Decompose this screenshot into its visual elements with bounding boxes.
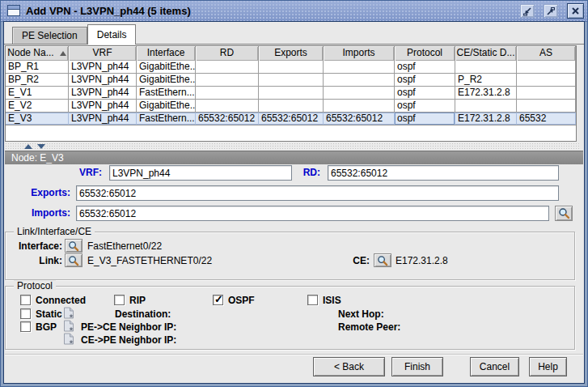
column-header-node-name[interactable]: Node Na... (6, 46, 69, 61)
finish-button[interactable]: Finish (391, 357, 443, 376)
vrf-label: VRF: (53, 165, 102, 181)
table-row-e-v1[interactable]: E_V1L3VPN_ph44FastEthern...ospfE172.31.2… (6, 87, 576, 100)
footer-separator (5, 354, 583, 355)
cell: GigabitEthe... (137, 74, 196, 86)
ce-value: E172.31.2.8 (396, 254, 448, 267)
collapse-down-icon[interactable] (37, 144, 45, 149)
titlebar[interactable]: Add VPN - L3VPN_ph44 (5 items) (1, 1, 587, 22)
cell: GigabitEthe... (137, 61, 196, 73)
close-icon (571, 6, 580, 15)
protocol-group: Protocol Connected RIP OSPF ISIS Static … (5, 286, 575, 350)
column-header-interface[interactable]: Interface (137, 46, 196, 61)
link-interface-ce-group: Link/Interface/CE Interface: FastEtherne… (5, 232, 575, 280)
cell: L3VPN_ph44 (69, 100, 137, 112)
cell (455, 61, 517, 73)
imports-input[interactable] (76, 206, 549, 221)
cell: L3VPN_ph44 (69, 113, 137, 125)
link-group-title: Link/Interface/CE (14, 226, 95, 237)
window-title: Add VPN - L3VPN_ph44 (5 items) (26, 1, 191, 21)
static-checkbox[interactable] (20, 308, 31, 319)
column-header-protocol[interactable]: Protocol (395, 46, 455, 61)
remote-peer-label: Remote Peer: (338, 321, 400, 334)
table-row-bp-r2[interactable]: BP_R2L3VPN_ph44GigabitEthe...ospfP_R2 (6, 74, 576, 87)
ospf-checkbox[interactable] (213, 295, 223, 305)
magnifier-icon (68, 240, 79, 252)
help-button[interactable]: Help (529, 357, 567, 376)
cell: ospf (395, 74, 455, 86)
cell: FastEthern... (137, 87, 196, 99)
column-header-exports[interactable]: Exports (259, 46, 324, 61)
collapse-up-icon[interactable] (24, 144, 32, 149)
cell: ospf (395, 100, 455, 112)
dialog-content: PE Selection Details Node Na... VRF Inte… (3, 21, 585, 384)
rd-label: RD: (279, 165, 320, 181)
table-row-e-v2[interactable]: E_V2L3VPN_ph44GigabitEthe...ospf (6, 100, 576, 113)
ce-search-button[interactable] (374, 253, 391, 267)
cell (455, 100, 517, 112)
bgp-checkbox[interactable] (20, 321, 31, 332)
cell-focused: ospf (395, 113, 455, 125)
cell (517, 100, 576, 112)
interface-search-button[interactable] (65, 239, 82, 253)
close-button[interactable] (567, 3, 584, 19)
cell: E_V2 (6, 100, 69, 112)
link-search-button[interactable] (65, 253, 82, 267)
vrf-input[interactable] (109, 165, 292, 181)
tab-details[interactable]: Details (87, 24, 137, 45)
column-header-vrf[interactable]: VRF (69, 46, 137, 61)
pe-ce-neighbor-label: PE->CE Neighbor IP: (81, 321, 176, 334)
cell: 65532:65012 (196, 113, 259, 125)
magnifier-icon (558, 207, 570, 219)
tab-bar: PE Selection Details (4, 22, 584, 45)
add-destination-icon[interactable] (63, 307, 74, 319)
rip-label: RIP (129, 294, 146, 307)
column-header-as[interactable]: AS (517, 46, 576, 61)
link-value: E_V3_FASTETHERNET0/22 (87, 254, 212, 267)
cell: E_V1 (6, 87, 69, 99)
add-pe-ce-neighbor-icon[interactable] (63, 320, 74, 332)
node-detail-header: Node: E_V3 (5, 151, 583, 164)
cell (324, 87, 395, 99)
maximize-button[interactable] (544, 4, 558, 18)
connected-label: Connected (36, 294, 86, 307)
cell (517, 87, 576, 99)
column-header-ce-static[interactable]: CE/Static D... (455, 46, 517, 61)
destination-label: Destination: (115, 308, 171, 321)
next-hop-label: Next Hop: (338, 308, 384, 321)
cell (517, 61, 576, 73)
window-icon (7, 5, 20, 16)
table-row-bp-r1[interactable]: BP_R1L3VPN_ph44GigabitEthe...ospf (6, 61, 576, 74)
cell: GigabitEthe... (137, 100, 196, 112)
rd-input[interactable] (328, 165, 559, 181)
connected-checkbox[interactable] (20, 295, 31, 305)
back-button[interactable]: < Back (313, 357, 385, 376)
exports-input[interactable] (76, 185, 559, 201)
imports-search-button[interactable] (555, 206, 573, 221)
column-header-imports[interactable]: Imports (324, 46, 395, 61)
table-row-e-v3-selected[interactable]: E_V3L3VPN_ph44FastEthern...65532:6501265… (6, 113, 576, 125)
ce-label: CE: (333, 254, 370, 267)
cell: 65532:65012 (259, 113, 324, 125)
magnifier-icon (68, 255, 79, 266)
tab-pe-selection[interactable]: PE Selection (12, 27, 87, 44)
cancel-button[interactable]: Cancel (470, 357, 519, 376)
interface-label: Interface: (11, 240, 62, 253)
cell: E172.31.2.8 (455, 87, 517, 99)
minimize-button[interactable] (520, 4, 535, 18)
split-divider[interactable] (5, 142, 580, 150)
isis-checkbox[interactable] (307, 295, 318, 305)
link-label: Link: (11, 254, 62, 267)
cell: FastEthern... (137, 113, 196, 125)
cell (259, 100, 324, 112)
add-ce-pe-neighbor-icon[interactable] (63, 333, 74, 345)
cell (196, 74, 259, 86)
cell (324, 74, 395, 86)
column-header-rd[interactable]: RD (196, 46, 259, 61)
cell (196, 87, 259, 99)
vpn-endpoints-table: Node Na... VRF Interface RD Exports Impo… (5, 45, 577, 142)
cell: L3VPN_ph44 (69, 87, 137, 99)
ospf-label: OSPF (228, 294, 255, 307)
cell: ospf (395, 87, 455, 99)
cell (324, 61, 395, 73)
rip-checkbox[interactable] (114, 295, 125, 305)
